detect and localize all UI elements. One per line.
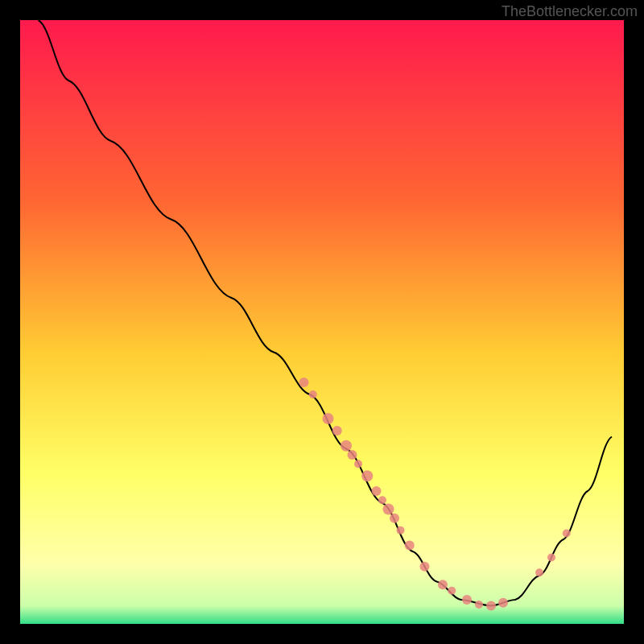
chart-svg [20,20,624,624]
data-point [372,486,382,496]
chart-container [20,20,624,624]
data-point [547,554,555,562]
data-point [361,470,373,481]
bottleneck-curve [39,20,613,606]
data-point [563,530,571,538]
data-point [475,601,483,609]
data-point [390,514,399,523]
data-point [438,580,448,589]
data-point [378,496,386,504]
data-point [420,562,430,572]
watermark-text: TheBottlenecker.com [502,3,638,20]
data-point [405,541,415,551]
data-point [535,568,543,576]
data-point [462,595,472,605]
data-point [354,460,362,468]
data-point [486,601,496,611]
data-point [397,526,405,535]
data-point [309,390,317,398]
data-point [348,450,357,460]
data-point [341,440,352,452]
data-point [448,587,456,595]
data-point [498,598,508,608]
data-point [299,378,309,387]
data-point [323,413,334,424]
data-points-group [299,378,571,611]
data-point [332,426,342,436]
data-point [383,504,394,515]
